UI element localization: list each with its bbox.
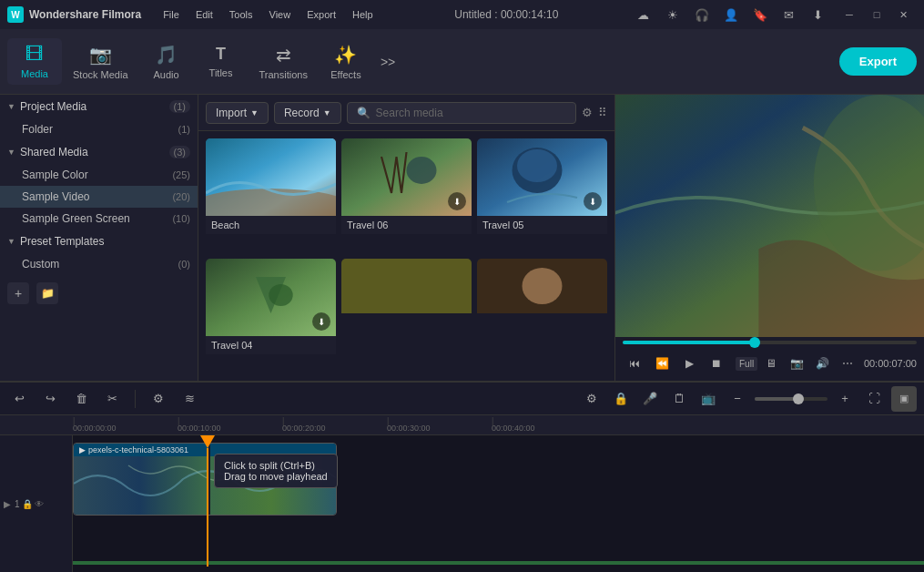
media-card-travel06[interactable]: ⬇ Travel 06 (341, 138, 472, 253)
tool-media[interactable]: 🎞 Media (7, 38, 62, 85)
stop-button[interactable]: ⏹ (705, 352, 728, 375)
travel06-download-icon[interactable]: ⬇ (448, 192, 466, 210)
menu-edit[interactable]: Edit (188, 6, 220, 23)
fit-to-timeline-button[interactable]: ⛶ (862, 387, 886, 411)
svg-rect-10 (341, 259, 472, 313)
media-card-partial1[interactable] (341, 259, 472, 373)
split-tooltip: Click to split (Ctrl+B) Drag to move pla… (214, 454, 338, 488)
headphone-icon[interactable]: 🎧 (691, 4, 713, 26)
zoom-slider[interactable] (755, 397, 828, 401)
delete-button[interactable]: 🗑 (69, 387, 93, 411)
project-media-header[interactable]: ▼ Project Media (1) (0, 95, 198, 118)
custom-item[interactable]: Custom (0) (0, 253, 198, 275)
settings-icon[interactable]: ⚙ (580, 387, 604, 411)
zoom-out-button[interactable]: − (726, 387, 749, 411)
cloud-icon[interactable]: ☁ (633, 4, 655, 26)
close-button[interactable]: ✕ (891, 2, 917, 27)
preset-templates-title: Preset Templates (20, 235, 190, 248)
sample-green-screen-item[interactable]: Sample Green Screen (10) (0, 208, 198, 230)
media-card-beach[interactable]: Beach (206, 138, 336, 253)
fullscreen-label[interactable]: Full (736, 357, 757, 371)
lock-icon[interactable]: 🔒 (609, 387, 633, 411)
tool-audio[interactable]: 🎵 Audio (139, 38, 194, 86)
menu-export[interactable]: Export (300, 6, 343, 23)
track-eye-icon[interactable]: 👁 (35, 499, 44, 509)
undo-button[interactable]: ↩ (7, 387, 31, 411)
window-controls: ─ □ ✕ (837, 2, 917, 27)
svg-point-12 (523, 268, 563, 304)
media-grid: Beach (198, 131, 614, 381)
cut-button[interactable]: ✂ (100, 387, 124, 411)
timeline-tracks: ▶ 1 🔒 👁 Click to split (Ctrl+B) Drag to … (0, 435, 924, 572)
maximize-button[interactable]: □ (864, 2, 889, 27)
shared-media-header[interactable]: ▼ Shared Media (3) (0, 140, 198, 164)
filter-icon[interactable]: ⚙ (582, 106, 593, 119)
export-button[interactable]: Export (839, 47, 917, 76)
zoom-in-button[interactable]: + (833, 387, 857, 411)
split-tooltip-line2: Drag to move playhead (224, 471, 328, 482)
media-card-travel04[interactable]: ⬇ Travel 04 (206, 259, 336, 373)
track-labels: ▶ 1 🔒 👁 (0, 435, 73, 572)
tool-audio-label: Audio (153, 69, 178, 80)
travel05-thumbnail: ⬇ (477, 138, 607, 216)
media-card-partial2[interactable] (477, 259, 607, 373)
import-button[interactable]: Import ▼ (206, 102, 269, 124)
more-options-icon[interactable]: ⋯ (836, 352, 859, 375)
folder-button[interactable]: 📁 (36, 282, 58, 304)
playhead-line (207, 448, 208, 567)
camera-icon[interactable]: 📷 (785, 352, 808, 375)
tracks-content: Click to split (Ctrl+B) Drag to move pla… (73, 435, 924, 572)
ruler-mark-2: 00:00:20:00 (282, 424, 387, 433)
play-button[interactable]: ▶ (677, 352, 701, 375)
clip-name: pexels-c-technical-5803061 (88, 445, 188, 455)
sun-icon[interactable]: ☀ (662, 4, 684, 26)
svg-point-8 (269, 284, 292, 306)
frame-back-button[interactable]: ⏪ (650, 352, 674, 375)
volume-icon[interactable]: 🔊 (810, 352, 834, 375)
microphone-icon[interactable]: 🎤 (638, 387, 662, 411)
search-box[interactable]: 🔍 Search media (347, 102, 576, 124)
stock-media-icon: 📷 (89, 44, 112, 66)
bookmark-icon[interactable]: 🔖 (749, 4, 771, 26)
tool-effects[interactable]: ✨ Effects (319, 38, 373, 86)
grid-view-icon[interactable]: ⠿ (598, 106, 607, 119)
tool-stock-media[interactable]: 📷 Stock Media (62, 38, 139, 86)
menu-file[interactable]: File (156, 6, 187, 23)
audio-wave-icon[interactable]: ≋ (178, 387, 201, 411)
record-button[interactable]: Record ▼ (274, 102, 341, 124)
travel04-download-icon[interactable]: ⬇ (312, 312, 330, 331)
timeline-ruler: 00:00:00:00 00:00:10:00 00:00:20:00 00:0… (0, 415, 924, 435)
menu-tools[interactable]: Tools (222, 6, 260, 23)
download-icon[interactable]: ⬇ (807, 4, 829, 26)
caption-icon[interactable]: 🗒 (667, 387, 691, 411)
minimize-button[interactable]: ─ (837, 2, 862, 27)
screen-record-icon[interactable]: 📺 (696, 387, 720, 411)
redo-button[interactable]: ↪ (38, 387, 62, 411)
timeline-mode-button[interactable]: ▣ (891, 386, 917, 412)
mail-icon[interactable]: ✉ (778, 4, 800, 26)
preset-templates-header[interactable]: ▼ Preset Templates (0, 230, 198, 253)
tool-effects-label: Effects (330, 69, 360, 80)
toolbar-more-button[interactable]: >> (373, 51, 402, 73)
user-icon[interactable]: 👤 (720, 4, 742, 26)
transitions-icon: ⇄ (276, 44, 291, 66)
shared-media-count: (3) (169, 146, 190, 158)
tool-titles[interactable]: T Titles (194, 39, 249, 84)
step-back-button[interactable]: ⏮ (623, 352, 646, 375)
menu-help[interactable]: Help (345, 6, 381, 23)
travel05-download-icon[interactable]: ⬇ (584, 192, 602, 210)
add-media-button[interactable]: + (7, 282, 29, 304)
sample-video-item[interactable]: Sample Video (20) (0, 186, 198, 208)
menu-view[interactable]: View (262, 6, 299, 23)
progress-bar[interactable] (623, 341, 917, 344)
media-card-travel05[interactable]: ⬇ Travel 05 (477, 138, 607, 253)
ruler-marks-container: 00:00:00:00 00:00:10:00 00:00:20:00 00:0… (73, 424, 924, 433)
track-lock-icon[interactable]: 🔒 (22, 499, 33, 509)
folder-item[interactable]: Folder (1) (0, 118, 198, 140)
tool-stock-label: Stock Media (73, 69, 128, 80)
monitor-icon[interactable]: 🖥 (759, 352, 783, 375)
preset-templates-arrow: ▼ (7, 237, 15, 246)
tool-transitions[interactable]: ⇄ Transitions (249, 38, 319, 86)
audio-settings-icon[interactable]: ⚙ (147, 387, 170, 411)
sample-color-item[interactable]: Sample Color (25) (0, 164, 198, 186)
